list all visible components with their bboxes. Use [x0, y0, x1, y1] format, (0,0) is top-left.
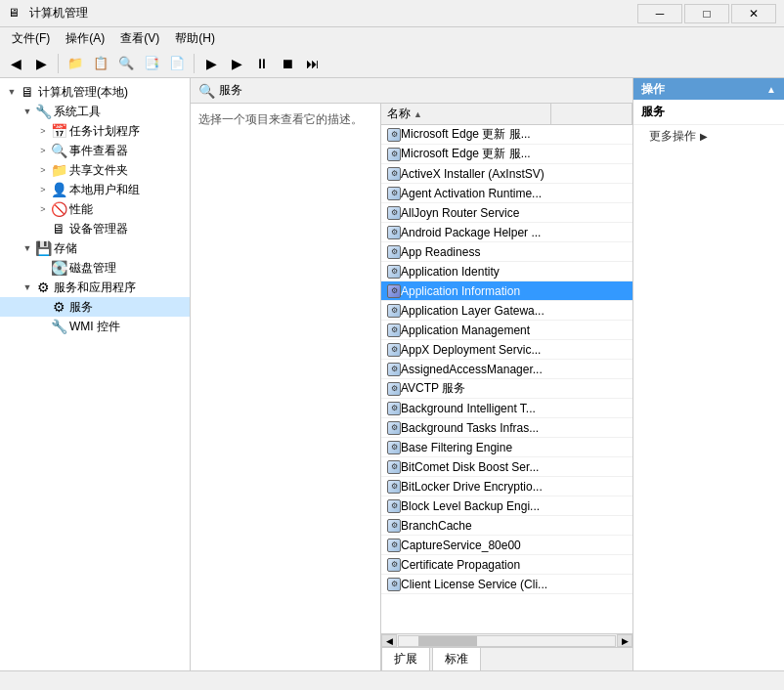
- sidebar-item-devmgr[interactable]: › 🖥 设备管理器: [0, 219, 190, 238]
- list-item[interactable]: ⚙ ActiveX Installer (AxInstSV): [381, 164, 632, 184]
- menu-help[interactable]: 帮助(H): [167, 28, 223, 49]
- sidebar-item-scheduler[interactable]: > 📅 任务计划程序: [0, 121, 190, 141]
- expand-icon: ▼: [20, 240, 35, 256]
- list-item[interactable]: ⚙ CaptureService_80e00: [381, 536, 632, 555]
- sidebar-label-scheduler: 任务计划程序: [69, 123, 140, 140]
- stop-button[interactable]: ⏹: [276, 52, 299, 75]
- list-item[interactable]: ⚙ BranchCache: [381, 516, 632, 536]
- runall-button[interactable]: ⏭: [301, 52, 325, 75]
- service-icon: ⚙: [387, 480, 401, 494]
- copy-button[interactable]: 📄: [165, 52, 189, 75]
- right-header-title: 操作: [641, 81, 665, 98]
- list-item[interactable]: ⚙ Client License Service (Cli...: [381, 575, 632, 594]
- list-item[interactable]: ⚙ Background Tasks Infras...: [381, 418, 632, 438]
- tab-extend[interactable]: 扩展: [381, 647, 430, 670]
- desc-text: 选择一个项目来查看它的描述。: [198, 112, 363, 126]
- more-actions-arrow-icon: ▶: [700, 131, 708, 142]
- list-item[interactable]: ⚙ Application Information: [381, 281, 632, 301]
- list-item[interactable]: ⚙ Base Filtering Engine: [381, 438, 632, 457]
- list-item[interactable]: ⚙ AppX Deployment Servic...: [381, 340, 632, 360]
- col-header-desc[interactable]: [551, 104, 632, 124]
- service-name: Block Level Backup Engi...: [401, 499, 540, 513]
- sidebar-item-event[interactable]: > 🔍 事件查看器: [0, 141, 190, 160]
- list-item[interactable]: ⚙ Block Level Backup Engi...: [381, 496, 632, 516]
- service-name-cell: ⚙ BitLocker Drive Encryptio...: [381, 477, 632, 496]
- service-icon: ⚙: [387, 245, 401, 259]
- description-pane: 选择一个项目来查看它的描述。: [191, 104, 381, 670]
- panel-header: 🔍 服务: [191, 78, 632, 104]
- folder-button[interactable]: 📁: [64, 52, 87, 75]
- sidebar-label-systools: 系统工具: [54, 104, 101, 120]
- list-item[interactable]: ⚙ BitLocker Drive Encryptio...: [381, 477, 632, 496]
- list-item[interactable]: ⚙ Microsoft Edge 更新 服...: [381, 125, 632, 145]
- forward-button[interactable]: ▶: [29, 52, 53, 75]
- list-item[interactable]: ⚙ Microsoft Edge 更新 服...: [381, 145, 632, 164]
- list-item[interactable]: ⚙ Android Package Helper ...: [381, 223, 632, 242]
- list-item[interactable]: ⚙ Application Layer Gatewa...: [381, 301, 632, 321]
- panel-body: 选择一个项目来查看它的描述。 名称 ▲ ⚙: [191, 104, 632, 670]
- sidebar-item-root[interactable]: ▼ 🖥 计算机管理(本地): [0, 82, 190, 102]
- run2-button[interactable]: ▶: [225, 52, 248, 75]
- sidebar-item-shared[interactable]: > 📁 共享文件夹: [0, 160, 190, 180]
- sidebar-item-diskmgr[interactable]: › 💽 磁盘管理: [0, 258, 190, 278]
- sidebar-label-shared: 共享文件夹: [69, 162, 128, 179]
- list-item[interactable]: ⚙ Certificate Propagation: [381, 555, 632, 575]
- hscroll-left-button[interactable]: ◀: [381, 634, 397, 647]
- minimize-button[interactable]: ─: [637, 4, 682, 23]
- right-section-item-more[interactable]: 更多操作 ▶: [633, 125, 784, 148]
- list-item[interactable]: ⚙ AssignedAccessManager...: [381, 360, 632, 379]
- shared-icon: 📁: [51, 162, 66, 178]
- list-item[interactable]: ⚙ AllJoyn Router Service: [381, 203, 632, 223]
- panel-header-icon: 🔍: [198, 83, 215, 99]
- list-item[interactable]: ⚙ Application Identity: [381, 262, 632, 281]
- hscroll-track[interactable]: [398, 635, 616, 647]
- service-name: Background Intelligent T...: [401, 402, 536, 415]
- magnify-button[interactable]: 🔍: [114, 52, 138, 75]
- service-name: Client License Service (Cli...: [401, 578, 547, 591]
- col-header-name[interactable]: 名称 ▲: [381, 104, 551, 124]
- service-icon: ⚙: [387, 539, 401, 552]
- expand-icon: ▼: [4, 84, 20, 100]
- sidebar-label-svcapps: 服务和应用程序: [54, 280, 136, 296]
- close-button[interactable]: ✕: [731, 4, 776, 23]
- expand-icon: >: [35, 201, 51, 217]
- sidebar-item-storage[interactable]: ▼ 💾 存储: [0, 238, 190, 258]
- service-name: BitLocker Drive Encryptio...: [401, 480, 543, 494]
- sidebar-item-perf[interactable]: > 🚫 性能: [0, 199, 190, 219]
- list-item[interactable]: ⚙ App Readiness: [381, 242, 632, 262]
- service-icon: ⚙: [387, 441, 401, 454]
- list-item[interactable]: ⚙ AVCTP 服务: [381, 379, 632, 399]
- run-button[interactable]: ▶: [199, 52, 223, 75]
- back-button[interactable]: ◀: [4, 52, 27, 75]
- service-name: BitComet Disk Boost Ser...: [401, 460, 539, 474]
- service-icon: ⚙: [387, 226, 401, 239]
- tab-standard[interactable]: 标准: [432, 647, 481, 670]
- sidebar-item-users[interactable]: > 👤 本地用户和组: [0, 180, 190, 199]
- service-name-cell: ⚙ Agent Activation Runtime...: [381, 184, 632, 202]
- service-name: Microsoft Edge 更新 服...: [401, 126, 531, 143]
- service-name-cell: ⚙ Microsoft Edge 更新 服...: [381, 145, 632, 163]
- list-item[interactable]: ⚙ BitComet Disk Boost Ser...: [381, 457, 632, 477]
- sidebar-item-svcapps[interactable]: ▼ ⚙ 服务和应用程序: [0, 278, 190, 297]
- filter-button[interactable]: 📑: [140, 52, 163, 75]
- horizontal-scrollbar[interactable]: ◀ ▶: [381, 633, 632, 647]
- pause-button[interactable]: ⏸: [250, 52, 274, 75]
- hscroll-thumb[interactable]: [418, 636, 477, 646]
- window-icon: 🖥: [8, 6, 23, 22]
- hscroll-right-button[interactable]: ▶: [617, 634, 632, 647]
- list-header: 名称 ▲: [381, 104, 632, 125]
- sidebar-item-systools[interactable]: ▼ 🔧 系统工具: [0, 102, 190, 121]
- service-name: App Readiness: [401, 245, 480, 259]
- service-name-cell: ⚙ Application Identity: [381, 262, 632, 280]
- list-item[interactable]: ⚙ Background Intelligent T...: [381, 399, 632, 418]
- list-button[interactable]: 📋: [89, 52, 112, 75]
- sidebar-item-services[interactable]: › ⚙ 服务: [0, 297, 190, 317]
- list-item[interactable]: ⚙ Agent Activation Runtime...: [381, 184, 632, 203]
- list-item[interactable]: ⚙ Application Management: [381, 321, 632, 340]
- sidebar-item-wmi[interactable]: › 🔧 WMI 控件: [0, 317, 190, 336]
- menu-action[interactable]: 操作(A): [58, 28, 112, 49]
- menu-view[interactable]: 查看(V): [112, 28, 167, 49]
- menu-file[interactable]: 文件(F): [4, 28, 58, 49]
- maximize-button[interactable]: □: [684, 4, 729, 23]
- services-list-body[interactable]: ⚙ Microsoft Edge 更新 服... ⚙ Microsoft Edg…: [381, 125, 632, 633]
